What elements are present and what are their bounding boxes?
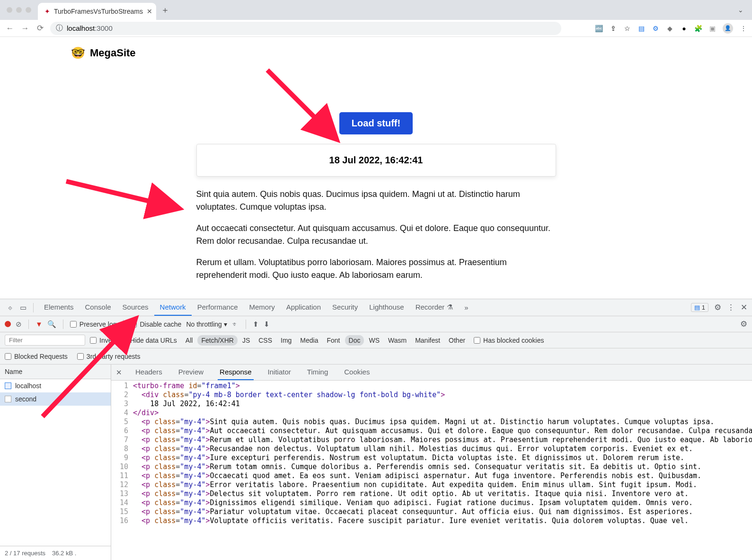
request-name: localhost [15,382,41,390]
detail-tab-preview[interactable]: Preview [177,364,205,380]
brand-name: MegaSite [90,47,136,59]
annotation-arrow-icon [38,312,147,423]
close-devtools-icon[interactable]: ✕ [741,302,747,312]
content-paragraph: Sint quia autem. Quis nobis quas. Ducimu… [196,188,556,213]
type-chip-doc[interactable]: Doc [345,335,364,346]
tab-title: TurboFramesVsTurboStreams [54,8,143,15]
detail-tab-cookies[interactable]: Cookies [342,364,372,380]
site-info-icon[interactable]: ⓘ [56,24,63,33]
status-requests: 2 / 17 requests [5,550,45,557]
translate-icon[interactable]: 🔤 [595,24,603,32]
type-chip-wasm[interactable]: Wasm [384,335,410,346]
annotation-arrow-icon [62,177,185,224]
close-tab-icon[interactable]: ✕ [147,8,152,15]
content-paragraph: Aut occaecati consectetur. Aut quisquam … [196,222,556,248]
back-icon[interactable]: ← [5,24,15,33]
network-settings-icon[interactable]: ⚙ [740,320,747,329]
type-chip-img[interactable]: Img [277,335,295,346]
toolbar-right: 🔤 ⇪ ☆ ▤ ⚙ ◆ ● 🧩 ▣ 👤 ⋮ [595,23,747,34]
throttling-select[interactable]: No throttling ▾ [186,320,227,328]
url-box[interactable]: ⓘ localhost:3000 [50,22,561,35]
settings-icon[interactable]: ⚙ [714,302,721,312]
devtools-tab-security[interactable]: Security [327,299,363,316]
ext-icon-1[interactable]: ▤ [637,24,646,32]
url-port: :3000 [95,24,113,32]
detail-tab-timing[interactable]: Timing [305,364,330,380]
blocked-cookies-checkbox[interactable]: Has blocked cookies [474,337,544,344]
menu-icon[interactable]: ⋮ [739,24,747,32]
profile-avatar[interactable]: 👤 [723,23,733,34]
file-icon [5,396,11,402]
upload-icon[interactable]: ⬆ [253,320,259,329]
devtools-tab-network[interactable]: Network [154,299,192,316]
chevron-down-icon: ▾ [224,320,227,328]
type-chip-css[interactable]: CSS [255,335,276,346]
wifi-icon[interactable]: ᯤ [232,320,239,328]
device-icon[interactable]: ▭ [18,303,28,312]
favicon-icon: ✦ [44,8,50,15]
detail-tab-bar: ✕ HeadersPreviewResponseInitiatorTimingC… [111,364,752,381]
inspect-icon[interactable]: ⟐ [5,303,15,311]
type-chip-other[interactable]: Other [445,335,469,346]
type-chip-js[interactable]: JS [239,335,254,346]
download-icon[interactable]: ⬇ [264,320,270,329]
ext-icon-4[interactable]: ● [680,24,688,32]
record-icon[interactable] [5,321,11,327]
share-icon[interactable]: ⇪ [609,24,617,32]
ext-icon-5[interactable]: ▣ [708,24,717,32]
reload-icon[interactable]: ⟳ [35,23,45,33]
type-chip-ws[interactable]: WS [365,335,383,346]
file-icon [5,382,11,389]
network-status-bar: 2 / 17 requests 36.2 kB . [0,546,111,560]
content-paragraph: Rerum et ullam. Voluptatibus porro labor… [196,256,556,282]
window-controls[interactable] [7,7,31,13]
type-chip-fetch-xhr[interactable]: Fetch/XHR [197,335,237,346]
svg-line-5 [43,322,133,417]
brand-emoji: 🤓 [71,46,85,60]
chat-icon: ▤ [694,304,700,311]
kebab-icon[interactable]: ⋮ [727,302,735,312]
type-chip-media[interactable]: Media [296,335,322,346]
timestamp-text: 18 Jul 2022, 16:42:41 [329,155,423,165]
detail-tab-initiator[interactable]: Initiator [266,364,293,380]
ext-icon-2[interactable]: ⚙ [652,24,660,32]
more-tabs-icon[interactable]: » [461,303,472,311]
star-icon[interactable]: ☆ [623,24,631,32]
tabs-dropdown-icon[interactable]: ⌄ [738,6,743,14]
issues-count: 1 [702,304,705,311]
type-chip-manifest[interactable]: Manifest [411,335,444,346]
request-name: second [15,395,36,403]
detail-tab-response[interactable]: Response [218,364,254,380]
browser-tab[interactable]: ✦ TurboFramesVsTurboStreams ✕ [38,3,156,20]
page-content: 🤓 MegaSite Load stuff! 18 Jul 2022, 16:4… [0,37,752,299]
clear-icon[interactable]: ⊘ [16,320,22,329]
type-chip-all[interactable]: All [182,335,197,346]
type-chip-font[interactable]: Font [323,335,344,346]
status-size: 36.2 kB . [52,550,76,557]
load-stuff-button[interactable]: Load stuff! [339,112,413,134]
svg-line-3 [66,181,175,207]
devtools-tab-memory[interactable]: Memory [244,299,281,316]
new-tab-button[interactable]: ＋ [161,4,169,16]
extensions-icon[interactable]: 🧩 [694,24,702,32]
url-host: localhost [67,24,95,32]
address-bar: ← → ⟳ ⓘ localhost:3000 🔤 ⇪ ☆ ▤ ⚙ ◆ ● 🧩 ▣… [0,20,752,37]
timestamp-card: 18 Jul 2022, 16:42:41 [196,144,556,177]
browser-chrome: ✦ TurboFramesVsTurboStreams ✕ ＋ ⌄ ← → ⟳ … [0,0,752,37]
devtools-tab-recorder-[interactable]: Recorder ⚗ [410,299,459,316]
forward-icon[interactable]: → [20,24,30,33]
devtools-tab-application[interactable]: Application [281,299,327,316]
ext-icon-3[interactable]: ◆ [666,24,674,32]
tab-bar: ✦ TurboFramesVsTurboStreams ✕ ＋ ⌄ [0,0,752,20]
devtools-tab-lighthouse[interactable]: Lighthouse [363,299,409,316]
site-brand: 🤓 MegaSite [71,46,136,60]
issues-badge[interactable]: ▤1 [691,303,708,312]
request-detail: ✕ HeadersPreviewResponseInitiatorTimingC… [111,364,752,560]
response-body[interactable]: 1<turbo-frame id="frame1">2 <div class="… [111,381,752,560]
devtools-tab-performance[interactable]: Performance [192,299,244,316]
